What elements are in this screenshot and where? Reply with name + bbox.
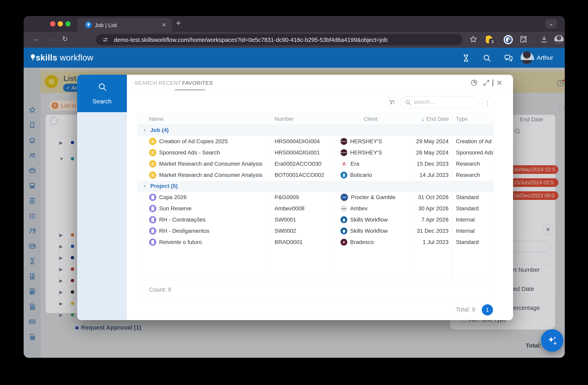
brand-logo[interactable]: skills workflow [36,53,93,62]
search-icon[interactable] [483,54,491,62]
browser-window: Job | List ✕ + ⌄ ← → ↻ demo-test.skillsw… [24,16,565,358]
chart-pie-icon[interactable] [470,79,478,87]
row-name: Reivente o futuro [159,239,202,245]
table-row[interactable]: Creation of Ad Copies 2025 HRS0004DIGI00… [137,136,493,147]
tab-favicon-bulb-icon [85,21,92,28]
modal-close-icon[interactable]: ✕ [496,79,503,87]
forward-button[interactable]: → [47,35,54,43]
table-row[interactable]: RH - Contratações SW0001 Skills Workflow… [137,214,493,225]
bradesco-logo-icon: ♣ [340,239,347,245]
pagination-page-1[interactable]: 1 [482,304,493,316]
search-modal: Search SEARCH RECENT FAVORITES ✕ ⋮ Name … [77,75,513,320]
timesheet-hourglass-icon[interactable] [462,54,470,62]
active-tab-underline [175,90,205,90]
row-client: ♣Bradesco [330,237,411,248]
project-icon [149,194,156,201]
site-info-icon[interactable] [102,37,109,43]
sort-desc-icon: ↓ [421,116,424,122]
ai-assistant-fab[interactable] [541,329,563,352]
row-end-date: 31 Oct 2026 [411,192,452,203]
brand-bold: skills [36,53,57,62]
table-header-row: Name Number Client ↓End Date Type [137,113,493,125]
traffic-light-close[interactable] [50,21,55,26]
row-name: Sponsored Ads - Search [159,149,220,156]
table-row[interactable]: Market Research and Consumer Analysis Er… [137,158,493,169]
row-client: HERSHEY'SHERSHEY'S [330,136,411,147]
traffic-light-minimize[interactable] [58,21,63,26]
traffic-light-zoom[interactable] [65,21,71,26]
screenshot-stage: Job | List ✕ + ⌄ ← → ↻ demo-test.skillsw… [0,0,588,385]
job-icon [149,138,156,145]
browser-profile-avatar[interactable] [554,35,564,44]
group-label: Project (5) [150,183,178,189]
project-icon [149,205,156,212]
rail-search-label: Search [77,98,127,105]
tab-search[interactable]: SEARCH [134,80,157,86]
row-type: Sponsored Ads - [452,147,493,158]
tab-search-chevron-icon[interactable]: ⌄ [546,19,557,28]
table-row[interactable]: Sun Reserve Ambev0008 ambevAmbev 30 Apr … [137,203,493,214]
row-client: ERAEra [330,158,411,169]
user-name[interactable]: Arthur [537,54,553,61]
row-end-date: 1 Jul 2023 [411,237,452,248]
group-header-job[interactable]: ▼ Job (4) [137,125,493,136]
row-number: SW0002 [271,225,330,237]
extensions-puzzle-icon[interactable] [519,35,528,44]
group-header-project[interactable]: ▼ Project (5) [137,181,493,192]
skills-workflow-logo-icon [340,227,347,234]
modal-tabs: SEARCH RECENT FAVORITES [127,75,513,90]
row-end-date: 30 Apr 2026 [411,203,452,214]
search-input[interactable] [413,99,474,105]
tab-favorites[interactable]: FAVORITES [182,80,213,86]
table-row[interactable]: Sponsored Ads - Search HRS0004DIGI001 HE… [137,147,493,158]
messages-icon[interactable] [504,54,513,62]
group-label: Job (4) [150,127,169,133]
back-button[interactable]: ← [33,35,40,43]
row-name: Market Research and Consumer Analysis [159,161,262,167]
password-manager-icon[interactable] [503,35,513,45]
table-row[interactable]: Reivente o futuro BRAD0001 ♣Bradesco 1 J… [137,237,493,248]
extension-app-icon[interactable]: 3 [486,36,493,43]
address-bar[interactable]: demo-test.skillsworkflow.com/home/worksp… [96,34,462,45]
table-row[interactable]: Market Research and Consumer Analysis BO… [137,169,493,181]
filter-button[interactable] [386,96,398,109]
project-icon [149,239,156,246]
expand-icon[interactable] [483,79,490,87]
row-client: ambevAmbev [330,203,411,214]
reload-button[interactable]: ↻ [62,35,68,43]
row-number: HRS0004DIGI001 [271,147,330,158]
table-row[interactable]: Copa 2026 P&G0009 P&GProcter & Gamble 31… [137,192,493,203]
brand-light: workflow [60,53,93,62]
col-header-name[interactable]: Name [137,113,271,125]
row-end-date: 14 Jul 2023 [411,169,452,181]
bookmark-star-icon[interactable] [469,35,478,44]
col-header-client[interactable]: Client [330,113,411,125]
row-type: Internal [452,225,493,237]
tab-recent[interactable]: RECENT [159,80,181,86]
row-end-date: 31 Dec 2023 [411,225,452,237]
row-type: Standard [452,203,493,214]
new-tab-button[interactable]: + [176,19,181,28]
row-client: HERSHEY'SHERSHEY'S [330,147,411,158]
row-end-date: 15 Dec 2023 [411,158,452,169]
row-type: Creation of Ad C [452,136,493,147]
modal-rail-search-tile[interactable]: Search [77,75,127,112]
tab-close-icon[interactable]: ✕ [162,22,166,28]
row-number: HRS0004DIGI004 [271,136,330,147]
user-avatar[interactable] [521,51,533,64]
boticario-logo-icon [340,172,347,179]
col-header-end-date[interactable]: ↓End Date [411,113,452,125]
row-number: P&G0009 [271,192,330,203]
table-options-button[interactable]: ⋮ [481,96,494,109]
modal-search-field[interactable] [400,96,479,109]
app-header: skills workflow Arthur [24,48,565,68]
downloads-icon[interactable] [540,35,548,44]
table-row[interactable]: RH - Desligamentos SW0002 Skills Workflo… [137,225,493,237]
project-icon [149,227,156,235]
col-header-type[interactable]: Type [452,113,493,125]
table-empty-space [137,248,493,280]
browser-tab[interactable]: Job | List ✕ [77,18,172,32]
col-header-number[interactable]: Number [271,113,330,125]
row-type: Standard [452,192,493,203]
job-icon [149,171,156,179]
